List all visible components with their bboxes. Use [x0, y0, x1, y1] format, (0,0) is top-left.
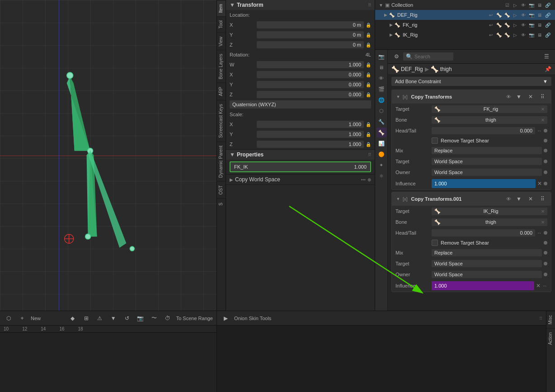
defrig-link[interactable]: 🔗 [544, 11, 551, 19]
prop-icon-object[interactable]: ⬡ [376, 106, 386, 116]
ikrig-view[interactable]: 👁 [520, 31, 527, 38]
search-input[interactable] [414, 54, 451, 59]
search-bar[interactable]: 🔍 [403, 52, 453, 61]
constraint-1-target-value[interactable]: 🦴 IK_Rig ✕ [432, 208, 547, 215]
prop-icon-output[interactable]: 🖥 [376, 62, 386, 72]
ikrig-link[interactable]: 🔗 [544, 31, 551, 38]
tab-screencast-keys[interactable]: Screencast Keys [217, 100, 226, 142]
fkrig-render[interactable]: 📷 [528, 21, 535, 28]
constraint-1-close-icon[interactable]: ✕ [526, 194, 536, 204]
ikrig-action2[interactable]: 🦴 [495, 31, 503, 38]
fkrig-filter[interactable]: ▷ [512, 21, 519, 28]
tab-action[interactable]: Action [546, 328, 555, 349]
pin-button[interactable]: 📌 [545, 66, 551, 72]
constraint-1-dots-icon[interactable]: ⠿ [537, 194, 547, 204]
timeline-right-track[interactable] [217, 326, 546, 392]
defrig-view[interactable]: 👁 [520, 11, 527, 19]
defrig-viewport[interactable]: 🖥 [536, 11, 543, 19]
constraint-1-mix-value[interactable]: Replace [432, 249, 542, 256]
constraint-0-expand-icon[interactable]: ▼ [514, 92, 524, 102]
scale-y-field[interactable]: 1.000 [257, 131, 364, 138]
add-constraint-button[interactable]: Add Bone Constraint ▼ [391, 77, 551, 86]
timeline-wave-icon[interactable]: 〜 [149, 313, 159, 323]
timeline-track[interactable] [0, 333, 216, 392]
tab-view[interactable]: View [217, 33, 226, 50]
prop-icon-material[interactable]: 🟠 [376, 149, 386, 159]
constraint-0-bone-value[interactable]: 🦴 thigh ✕ [432, 116, 547, 124]
constraint-1-targetspace-value[interactable]: World Space [432, 260, 542, 267]
timeline-warn-icon[interactable]: ⚠ [95, 313, 105, 323]
constraint-0-bone-clear[interactable]: ✕ [541, 118, 545, 123]
constraint-1-collapse[interactable]: ▼ [395, 196, 401, 202]
tab-arp[interactable]: ARP [217, 83, 226, 100]
defrig-action1[interactable]: ↩ [487, 11, 494, 19]
rotation-x-field[interactable]: 0.000 [257, 71, 364, 78]
rotation-mode-dropdown[interactable]: Quaternion (WXYZ) [230, 100, 371, 109]
timeline-filter-icon[interactable]: ▼ [108, 313, 118, 323]
constraint-1-influence-bar[interactable]: 1.000 [432, 281, 534, 290]
outliner-item-ikrig[interactable]: ▶ 🦴 IK_Rig ↩ 🦴 🦴 ▷ 👁 📷 🖥 🔗 [375, 30, 555, 40]
scale-x-field[interactable]: 1.000 [257, 121, 364, 128]
timeline-sync-icon[interactable]: ↺ [122, 313, 132, 323]
defrig-render[interactable]: 📷 [528, 11, 535, 19]
constraint-0-collapse[interactable]: ▼ [395, 94, 401, 99]
fkrig-action2[interactable]: 🦴 [495, 21, 503, 28]
constraint-1-expand-icon[interactable]: ▼ [514, 194, 524, 204]
tab-s[interactable]: S [217, 198, 226, 209]
tab-ost[interactable]: OST [217, 181, 226, 198]
constraint-1-target-clear[interactable]: ✕ [541, 209, 545, 214]
collection-viewport-icon[interactable]: 🖥 [536, 1, 543, 9]
copy-world-row[interactable]: ▶ Copy World Space ••• ⊕ [226, 175, 375, 184]
constraint-1-influence-clear[interactable]: ✕ [536, 283, 541, 289]
fkrig-action1[interactable]: ↩ [487, 21, 494, 28]
prop-icon-bone-constraint[interactable]: 🦴 [376, 128, 386, 137]
prop-icon-data[interactable]: 📊 [376, 138, 386, 148]
constraint-0-ownerspace-value[interactable]: World Space [432, 169, 542, 176]
timeline-key-icon[interactable]: ◆ [68, 313, 78, 323]
properties-header[interactable]: ▼ Properties ⠿ [226, 150, 375, 160]
defrig-action3[interactable]: 🦴 [503, 11, 511, 19]
timeline-tool-icon[interactable]: ⬡ [4, 313, 14, 323]
constraint-1-bone-clear[interactable]: ✕ [541, 220, 545, 225]
constraint-0-targetspace-value[interactable]: World Space [432, 158, 542, 165]
constraint-1-headtail-value[interactable]: 0.000 [432, 229, 535, 236]
prop-icon-physics[interactable]: ⚛ [376, 171, 386, 181]
constraint-0-close-icon[interactable]: ✕ [526, 92, 536, 102]
location-y-field[interactable]: 0 m [257, 31, 364, 38]
collection-render-icon[interactable]: 📷 [528, 1, 535, 9]
rotation-z-field[interactable]: 0.000 [257, 91, 364, 98]
rotation-y-field[interactable]: 0.000 [257, 81, 364, 88]
collection-link-icon[interactable]: 🔗 [544, 1, 551, 9]
fkrig-action3[interactable]: 🦴 [503, 21, 511, 28]
constraint-header-icon[interactable]: ⚙ [391, 52, 401, 61]
prop-icon-view[interactable]: 👁 [376, 73, 386, 83]
ikrig-render[interactable]: 📷 [528, 31, 535, 38]
constraint-1-bone-value[interactable]: 🦴 thigh ✕ [432, 218, 547, 226]
viewport[interactable] [0, 0, 217, 311]
ikrig-action1[interactable]: ↩ [487, 31, 494, 38]
timeline-add-icon[interactable]: + [17, 313, 27, 323]
timeline-frame-icon[interactable]: ⊞ [81, 313, 91, 323]
tab-tool[interactable]: Tool [217, 16, 226, 32]
constraint-0-target-value[interactable]: 🦴 FK_rig ✕ [432, 105, 547, 113]
transform-header[interactable]: ▼ Transform ⠿ [226, 0, 375, 10]
fkrig-link[interactable]: 🔗 [544, 21, 551, 28]
outliner-item-fkrig[interactable]: ▶ 🦴 FK_rig ↩ 🦴 🦴 ▷ 👁 📷 🖥 🔗 [375, 20, 555, 30]
defrig-action2[interactable]: 🦴 [495, 11, 503, 19]
constraint-1-removeshear-checkbox[interactable] [432, 240, 438, 246]
ikrig-action3[interactable]: 🦴 [503, 31, 511, 38]
ikrig-viewport[interactable]: 🖥 [536, 31, 543, 38]
constraint-0-headtail-value[interactable]: 0.000 [432, 127, 535, 134]
timeline-clock-icon[interactable]: ⏱ [163, 313, 173, 323]
timeline-right-icon1[interactable]: ▶ [221, 313, 230, 323]
fk-ik-row[interactable]: FK_IK 1.000 [230, 161, 371, 172]
constraint-0-removeshear-checkbox[interactable] [432, 137, 438, 144]
rotation-w-field[interactable]: 1.000 [257, 61, 364, 68]
outliner-item-defrig[interactable]: ▶ 🦴 DEF_Rig ↩ 🦴 🦴 ▷ 👁 📷 🖥 🔗 [375, 10, 555, 20]
defrig-filter[interactable]: ▷ [512, 11, 519, 19]
collection-view-icon[interactable]: 👁 [520, 1, 527, 9]
tab-misc[interactable]: Misc [546, 311, 555, 328]
constraint-0-target-clear[interactable]: ✕ [541, 107, 545, 112]
location-x-field[interactable]: 0 m [257, 21, 364, 28]
tab-item[interactable]: Item [217, 0, 226, 16]
